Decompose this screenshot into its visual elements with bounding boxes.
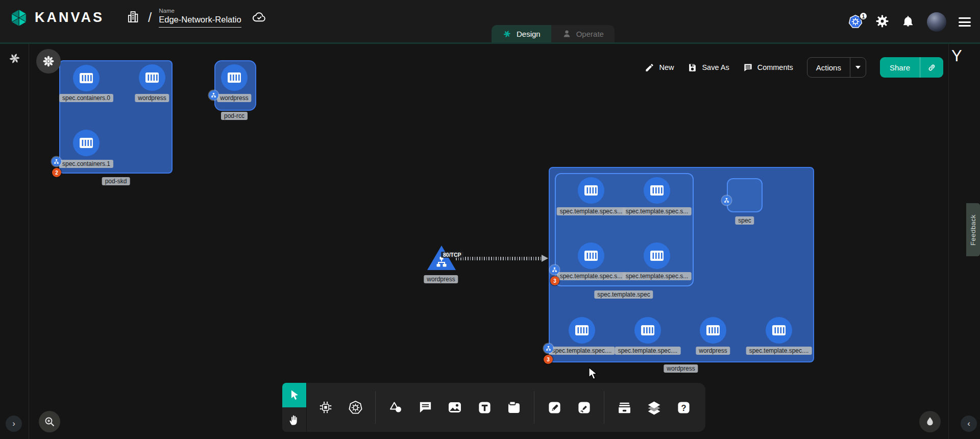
image-tool-button[interactable] (443, 392, 467, 423)
link-icon (927, 63, 937, 72)
shapes-tool-button[interactable] (384, 392, 407, 423)
group-label: pod-skd (102, 177, 130, 185)
sitemap-badge-icon[interactable] (544, 344, 553, 353)
expand-left-panel-button[interactable]: › (6, 416, 22, 432)
pan-tool-button[interactable] (282, 407, 306, 432)
operate-icon (562, 29, 572, 39)
node-row-container-1[interactable] (568, 316, 596, 344)
node-row-container-2[interactable] (634, 316, 662, 344)
help-tool-button[interactable]: ? (672, 392, 695, 423)
hamburger-menu-icon[interactable] (959, 17, 971, 27)
right-dock-toggle[interactable]: Y (951, 47, 962, 65)
share-label: Share (880, 57, 920, 78)
comment-bubble-icon (418, 400, 433, 415)
toolbar-divider (375, 391, 376, 424)
components-tool-button[interactable] (314, 392, 337, 423)
chevron-right-icon: › (12, 419, 15, 429)
collapse-right-panel-button[interactable]: ‹ (961, 416, 977, 432)
header-actions: 1 (848, 0, 971, 44)
kanvas-logo[interactable]: KANVAS (9, 8, 104, 28)
user-avatar[interactable] (927, 12, 946, 32)
feedback-tab[interactable]: Feedback (966, 203, 980, 256)
error-count-badge[interactable]: 3 (544, 355, 553, 364)
help-icon: ? (676, 400, 691, 415)
kanvas-swirl-icon[interactable] (8, 52, 21, 67)
shapes-icon (388, 400, 403, 415)
sitemap-badge-icon[interactable] (209, 90, 218, 100)
node-label: spec.template.spec.... (746, 347, 812, 355)
comment-tool-button[interactable] (413, 392, 437, 423)
chip-icon (318, 400, 333, 415)
pen-tool-button[interactable] (543, 392, 566, 423)
copy-link-button[interactable] (920, 57, 943, 78)
group-label: pod-rcc (221, 112, 248, 120)
pen-icon (547, 400, 562, 415)
sitemap-badge-icon[interactable] (722, 196, 731, 205)
group-label: spec.template.spec (594, 290, 653, 299)
breadcrumb-separator: / (148, 10, 152, 26)
design-name-field[interactable]: Name Edge-Network-Relatio (159, 8, 241, 28)
node-label: spec.template.spec.... (549, 347, 615, 355)
sitemap-badge-icon[interactable] (52, 157, 61, 166)
node-wordpress-container[interactable] (220, 64, 248, 91)
tab-design[interactable]: Design (492, 25, 551, 42)
kubernetes-tool-button[interactable] (344, 392, 367, 423)
kubernetes-context-count-badge: 1 (859, 12, 868, 20)
node-wordpress-container[interactable] (138, 64, 166, 91)
pencil-scribble-icon (577, 400, 592, 415)
node-label: wordpress (424, 275, 458, 283)
edge-arrowhead-icon (542, 255, 548, 262)
actions-button[interactable]: Actions (807, 57, 866, 78)
kanvas-logo-icon (9, 8, 29, 28)
node-template-container-3[interactable] (577, 242, 605, 270)
drawer-tool-button[interactable] (612, 392, 636, 423)
toolbar-divider (604, 391, 604, 424)
kubernetes-context-switcher[interactable]: 1 (848, 14, 863, 30)
error-count-badge[interactable]: 3 (550, 276, 559, 285)
group-spec-template-spec[interactable] (555, 173, 694, 286)
tab-operate[interactable]: Operate (551, 25, 615, 42)
design-name-input[interactable]: Edge-Network-Relatio (159, 15, 241, 28)
text-tool-button[interactable] (473, 392, 496, 423)
node-template-container-1[interactable] (577, 177, 605, 204)
actions-dropdown-toggle[interactable] (850, 58, 866, 77)
canvas-toolbar: New Save As Comments Actions Share (645, 57, 943, 78)
node-spec[interactable] (727, 178, 763, 212)
tab-operate-label: Operate (576, 30, 604, 38)
tab-design-label: Design (517, 30, 541, 38)
note-tool-button[interactable] (502, 392, 526, 423)
design-swirl-icon (502, 29, 512, 39)
organization-icon[interactable] (126, 10, 140, 26)
node-label: spec.template.spec.s... (623, 207, 692, 215)
cloud-saved-icon (252, 9, 267, 27)
select-tool-button[interactable] (282, 383, 306, 407)
node-spec-containers-1[interactable] (72, 129, 100, 157)
group-action-button[interactable] (36, 49, 61, 74)
edge-label: 80/TCP (441, 252, 463, 258)
zoom-button[interactable] (39, 411, 60, 432)
pencil-tool-button[interactable] (572, 392, 596, 423)
layers-tool-button[interactable] (642, 392, 666, 423)
node-row-container-3[interactable] (699, 316, 727, 344)
design-canvas[interactable]: Y New Save As Comments Action (0, 44, 980, 439)
share-button[interactable]: Share (880, 57, 943, 78)
caret-down-icon (855, 66, 861, 69)
node-template-container-2[interactable] (643, 177, 671, 204)
node-service-wordpress[interactable] (426, 244, 457, 274)
save-as-button[interactable]: Save As (688, 63, 729, 72)
node-template-container-4[interactable] (643, 242, 671, 270)
node-label: spec.containers.1 (59, 160, 113, 168)
comments-button[interactable]: Comments (743, 63, 793, 72)
ink-drop-button[interactable] (919, 411, 941, 432)
error-count-badge[interactable]: 2 (52, 168, 61, 177)
save-as-label: Save As (702, 63, 729, 71)
new-label: New (659, 63, 674, 71)
notifications-bell-icon[interactable] (901, 14, 915, 30)
settings-gear-icon[interactable] (875, 14, 889, 30)
edge-line[interactable] (456, 257, 543, 260)
node-row-container-4[interactable] (765, 316, 793, 344)
new-button[interactable]: New (645, 63, 674, 72)
sitemap-badge-icon[interactable] (550, 265, 559, 275)
node-spec-containers-0[interactable] (72, 64, 100, 92)
node-label: wordpress (696, 347, 730, 355)
